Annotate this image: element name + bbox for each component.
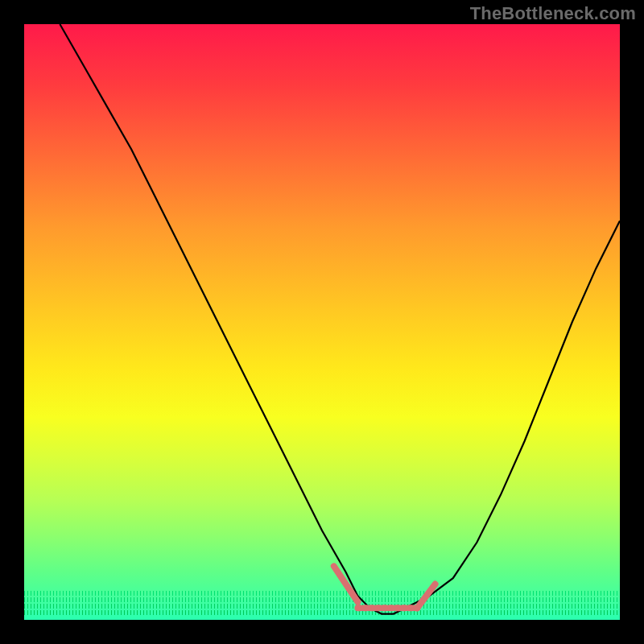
flat-marker-right bbox=[417, 584, 435, 609]
watermark-text: TheBottleneck.com bbox=[470, 3, 636, 24]
chart-frame: TheBottleneck.com bbox=[0, 0, 644, 644]
curve-layer bbox=[24, 24, 620, 620]
bottleneck-curve bbox=[60, 24, 620, 614]
